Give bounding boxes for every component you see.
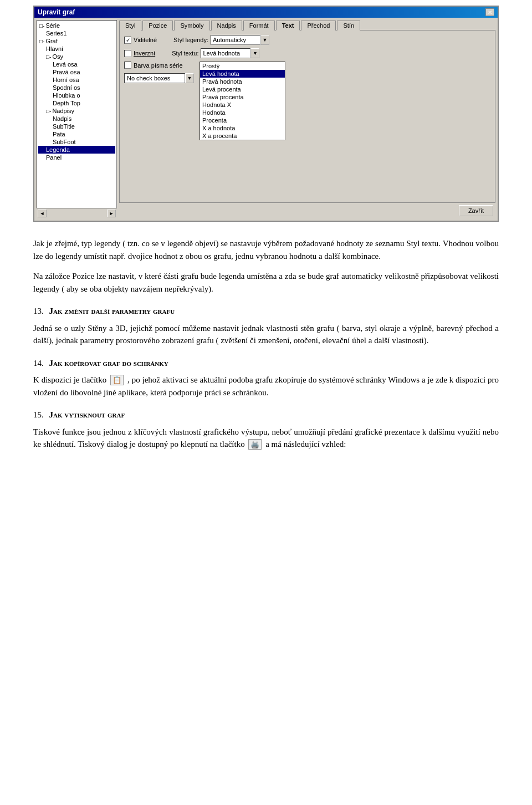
tree-item-series1[interactable]: Series1: [38, 29, 115, 37]
list-item-prosty[interactable]: Prostý: [200, 62, 285, 70]
tree-item-osy[interactable]: □- Osy: [38, 53, 115, 60]
para3: Jedná se o uzly Stěny a 3D, jejichž pomo…: [33, 322, 499, 347]
tree-scroll-buttons: ◄ ►: [37, 208, 117, 218]
tree-item-pata[interactable]: Pata: [38, 130, 115, 138]
no-check-boxes-value[interactable]: No check boxes: [124, 73, 185, 83]
dialog-body: □- Série Series1 □- Graf Hlavní □-: [34, 18, 498, 221]
tree-item-label: Nadpisy: [52, 108, 74, 114]
tree-scroll-right[interactable]: ►: [107, 210, 116, 217]
tree-item-nadpis[interactable]: Nadpis: [38, 115, 115, 123]
tree-expand-icon: □-: [46, 108, 51, 114]
no-check-boxes-selector-row: No check boxes ▼: [124, 73, 194, 83]
list-item-x-a-procenta[interactable]: X a procenta: [200, 132, 285, 140]
para4-start: K dispozici je tlačítko: [33, 375, 106, 384]
tree-item-label: Série: [45, 22, 60, 29]
tab-nadpis[interactable]: Nadpis: [211, 21, 242, 30]
tree-item-label: SubFoot: [53, 139, 76, 145]
list-item-leva-hodnota[interactable]: Levá hodnota: [200, 70, 285, 78]
no-check-boxes-arrow[interactable]: ▼: [185, 73, 194, 83]
dialog-title: Upravit graf: [38, 8, 75, 16]
tree-item-label: Horní osa: [53, 77, 79, 83]
tree-item-serie[interactable]: □- Série: [38, 22, 115, 29]
tree-scroll-left[interactable]: ◄: [38, 210, 47, 217]
tab-prechod[interactable]: Přechod: [301, 21, 336, 30]
tree-item-label: Spodní os: [53, 84, 80, 91]
tree-item-graf[interactable]: □- Graf: [38, 37, 115, 45]
zavrit-button[interactable]: Zavřít: [459, 205, 493, 216]
section-13-heading: 13. Jak změnit další parametry grafu: [33, 305, 499, 318]
tab-content: ✓ Viditelné Styl legendy: Automaticky ▼ …: [119, 30, 495, 203]
listbox[interactable]: Prostý Levá hodnota Pravá hodnota Levá p…: [200, 62, 285, 140]
tree-item-label: Graf: [45, 38, 57, 44]
dialog-wrapper: Upravit graf ✕ □- Série Series1 □- Graf: [0, 0, 532, 227]
tree-item-leva-osa[interactable]: Levá osa: [38, 60, 115, 68]
tree-item-subfoot[interactable]: SubFoot: [38, 138, 115, 146]
para5-end: a má následující vzhled:: [265, 440, 346, 449]
styl-legendy-dropdown-group: Automaticky ▼: [211, 35, 269, 45]
form-row-barva: Barva písma série: [124, 62, 194, 69]
dialog-footer: Zavřít: [119, 203, 495, 218]
tree-item-legenda[interactable]: Legenda: [38, 146, 115, 154]
list-item-leva-procenta[interactable]: Levá procenta: [200, 85, 285, 93]
tree-item-horni-osa[interactable]: Horní osa: [38, 76, 115, 84]
dialog-titlebar: Upravit graf ✕: [34, 7, 498, 18]
list-item-hodnota[interactable]: Hodnota: [200, 109, 285, 116]
section-14-heading: 14. Jak kopírovat graf do schránky: [33, 357, 499, 370]
list-item-prava-hodnota[interactable]: Pravá hodnota: [200, 78, 285, 85]
form-row-inverzni: Inverzní Styl textu: Levá hodnota ▼: [124, 48, 490, 58]
tree-item-panel[interactable]: Panel: [38, 154, 115, 161]
styl-textu-value[interactable]: Levá hodnota: [201, 48, 250, 58]
label-styl-legendy: Styl legendy:: [173, 37, 208, 43]
tree-item-label: Pravá osa: [53, 69, 80, 75]
styl-textu-arrow[interactable]: ▼: [250, 48, 259, 58]
label-styl-textu: Styl textu:: [172, 50, 198, 57]
tree-item-label: Osy: [52, 53, 63, 60]
section-14-title: Jak kopírovat graf do schránky: [49, 359, 168, 368]
checkbox-viditelne[interactable]: ✓: [124, 37, 131, 44]
list-item-procenta[interactable]: Procenta: [200, 116, 285, 124]
tree-panel: □- Série Series1 □- Graf Hlavní □-: [37, 20, 117, 218]
tree-item-nadpisy[interactable]: □- Nadpisy: [38, 107, 115, 115]
tree-item-hlavni[interactable]: Hlavní: [38, 45, 115, 53]
checkbox-barva[interactable]: [124, 62, 131, 69]
tab-text[interactable]: Text: [276, 21, 300, 30]
tab-symboly[interactable]: Symboly: [174, 21, 209, 30]
tab-format[interactable]: Formát: [243, 21, 275, 30]
para5: Tiskové funkce jsou jednou z klíčových v…: [33, 426, 499, 451]
tree-item-depth-top[interactable]: Depth Top: [38, 99, 115, 107]
close-button[interactable]: ✕: [485, 8, 494, 16]
checkbox-inverzni[interactable]: [124, 50, 131, 57]
section-13-title: Jak změnit další parametry grafu: [49, 307, 175, 315]
tree-item-label: Depth Top: [53, 100, 80, 106]
tree-item-label: Hloubka o: [53, 92, 80, 99]
tree-item-hloubka[interactable]: Hloubka o: [38, 91, 115, 99]
clipboard-icon: 📋: [110, 375, 124, 385]
tree-list[interactable]: □- Série Series1 □- Graf Hlavní □-: [37, 20, 117, 208]
section-14-number: 14.: [33, 359, 44, 368]
tree-item-prava-osa[interactable]: Pravá osa: [38, 68, 115, 76]
tabs-row: Styl Pozice Symboly Nadpis Formát Text P…: [119, 20, 495, 30]
tree-item-label: Pata: [53, 131, 65, 137]
tab-styl[interactable]: Styl: [119, 21, 141, 30]
dialog: Upravit graf ✕ □- Série Series1 □- Graf: [33, 6, 499, 222]
tree-item-spodni-os[interactable]: Spodní os: [38, 84, 115, 91]
para4: K dispozici je tlačítko 📋 , po jehož akt…: [33, 374, 499, 399]
section-15-heading: 15. Jak vytisknout graf: [33, 409, 499, 421]
print-icon: 🖨️: [248, 439, 262, 450]
list-item-x-a-hodnota[interactable]: X a hodnota: [200, 124, 285, 132]
tree-item-label: Legenda: [46, 146, 70, 153]
tree-item-subtitle[interactable]: SubTitle: [38, 123, 115, 130]
list-item-prava-procenta[interactable]: Pravá procenta: [200, 93, 285, 101]
tab-pozice[interactable]: Pozice: [142, 21, 173, 30]
styl-legendy-value[interactable]: Automaticky: [211, 35, 260, 45]
label-viditelne: Viditelné: [134, 37, 157, 43]
section-15-title: Jak vytisknout graf: [49, 410, 125, 419]
left-col: Barva písma série No check boxes ▼: [124, 62, 194, 140]
tree-item-label: Hlavní: [46, 45, 63, 52]
list-item-hodnota-x[interactable]: Hodnota X: [200, 101, 285, 109]
tab-stin[interactable]: Stín: [337, 21, 360, 30]
tree-expand-icon: □-: [39, 23, 44, 29]
para1: Jak je zřejmé, typ legendy ( tzn. co se …: [33, 237, 499, 262]
tree-expand-icon: □-: [39, 38, 44, 44]
styl-legendy-arrow[interactable]: ▼: [260, 35, 269, 45]
